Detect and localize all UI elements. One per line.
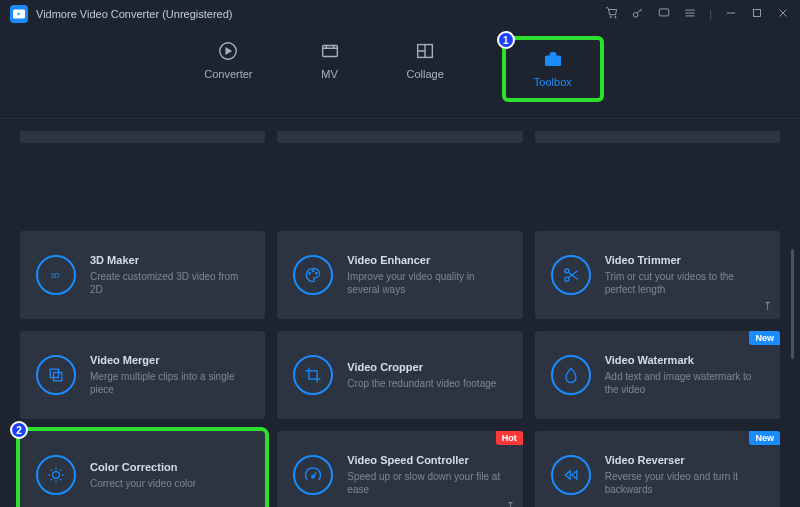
- main-tabs: Converter MV Collage 1 Toolbox: [0, 28, 800, 119]
- toolbox-content: 3D 3D Maker Create customized 3D video f…: [0, 119, 800, 507]
- rewind-icon: [551, 455, 591, 495]
- svg-rect-4: [754, 10, 761, 17]
- svg-point-13: [316, 273, 318, 275]
- tab-label: MV: [321, 68, 338, 80]
- card-video-trimmer[interactable]: Video Trimmer Trim or cut your videos to…: [535, 231, 780, 319]
- card-title: Video Speed Controller: [347, 454, 506, 466]
- annotation-step-1: 1: [497, 31, 515, 49]
- pin-icon: ⤒: [506, 500, 515, 507]
- card-title: Video Watermark: [605, 354, 764, 366]
- svg-point-15: [564, 277, 568, 281]
- maximize-icon[interactable]: [750, 6, 764, 22]
- card-desc: Speed up or slow down your file at ease: [347, 470, 506, 496]
- svg-text:3D: 3D: [50, 271, 60, 280]
- card-video-reverser[interactable]: New Video Reverser Reverse your video an…: [535, 431, 780, 507]
- card-desc: Merge multiple clips into a single piece: [90, 370, 249, 396]
- crop-icon: [293, 355, 333, 395]
- card-title: Color Correction: [90, 461, 249, 473]
- card-desc: Create customized 3D video from 2D: [90, 270, 249, 296]
- scrollbar[interactable]: [791, 249, 794, 359]
- card-video-speed[interactable]: Hot Video Speed Controller Speed up or s…: [277, 431, 522, 507]
- tab-label: Converter: [204, 68, 252, 80]
- tab-mv[interactable]: MV: [311, 36, 349, 102]
- card-desc: Reverse your video and turn it backwards: [605, 470, 764, 496]
- scissors-icon: [551, 255, 591, 295]
- card-title: Video Enhancer: [347, 254, 506, 266]
- svg-rect-16: [50, 369, 58, 377]
- card-desc: Trim or cut your videos to the perfect l…: [605, 270, 764, 296]
- new-badge: New: [749, 431, 780, 445]
- feedback-icon[interactable]: [657, 6, 671, 22]
- menu-icon[interactable]: [683, 6, 697, 22]
- svg-rect-17: [54, 373, 62, 381]
- svg-rect-7: [322, 46, 337, 57]
- hot-badge: Hot: [496, 431, 523, 445]
- annotation-step-2: 2: [10, 421, 28, 439]
- gauge-icon: [293, 455, 333, 495]
- card-title: Video Trimmer: [605, 254, 764, 266]
- titlebar: Vidmore Video Converter (Unregistered) |: [0, 0, 800, 28]
- cart-icon[interactable]: [605, 6, 619, 22]
- card-desc: Crop the redundant video footage: [347, 377, 506, 390]
- card-title: Video Cropper: [347, 361, 506, 373]
- pin-icon: ⤒: [763, 300, 772, 313]
- card-partial: [20, 131, 265, 143]
- app-logo: [10, 5, 28, 23]
- svg-point-14: [564, 269, 568, 273]
- card-partial: [535, 131, 780, 143]
- tab-label: Toolbox: [534, 76, 572, 88]
- card-partial: [277, 131, 522, 143]
- new-badge: New: [749, 331, 780, 345]
- minimize-icon[interactable]: [724, 6, 738, 22]
- brightness-icon: [36, 455, 76, 495]
- svg-marker-21: [571, 471, 576, 479]
- svg-marker-6: [227, 48, 232, 54]
- card-title: 3D Maker: [90, 254, 249, 266]
- card-desc: Improve your video quality in several wa…: [347, 270, 506, 296]
- card-video-watermark[interactable]: New Video Watermark Add text and image w…: [535, 331, 780, 419]
- card-title: Video Merger: [90, 354, 249, 366]
- card-desc: Correct your video color: [90, 477, 249, 490]
- svg-rect-9: [545, 56, 560, 65]
- 3d-icon: 3D: [36, 255, 76, 295]
- droplet-icon: [551, 355, 591, 395]
- merge-icon: [36, 355, 76, 395]
- close-icon[interactable]: [776, 6, 790, 22]
- svg-point-12: [312, 270, 314, 272]
- card-color-correction[interactable]: 2 Color Correction Correct your video co…: [20, 431, 265, 507]
- tab-collage[interactable]: Collage: [399, 36, 452, 102]
- svg-marker-20: [565, 471, 570, 479]
- svg-point-2: [633, 12, 638, 17]
- card-video-enhancer[interactable]: Video Enhancer Improve your video qualit…: [277, 231, 522, 319]
- card-title: Video Reverser: [605, 454, 764, 466]
- palette-icon: [293, 255, 333, 295]
- card-3d-maker[interactable]: 3D 3D Maker Create customized 3D video f…: [20, 231, 265, 319]
- card-desc: Add text and image watermark to the vide…: [605, 370, 764, 396]
- tab-converter[interactable]: Converter: [196, 36, 260, 102]
- card-video-merger[interactable]: Video Merger Merge multiple clips into a…: [20, 331, 265, 419]
- card-video-cropper[interactable]: Video Cropper Crop the redundant video f…: [277, 331, 522, 419]
- tab-label: Collage: [407, 68, 444, 80]
- window-title: Vidmore Video Converter (Unregistered): [36, 8, 232, 20]
- svg-point-18: [53, 472, 60, 479]
- svg-point-11: [309, 273, 311, 275]
- key-icon[interactable]: [631, 6, 645, 22]
- tab-toolbox[interactable]: 1 Toolbox: [502, 36, 604, 102]
